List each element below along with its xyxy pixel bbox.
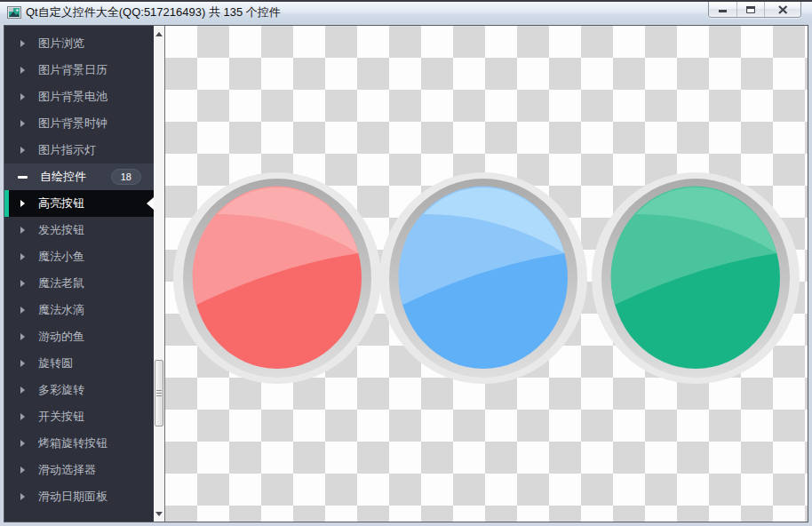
sidebar-item-oven-knob[interactable]: 烤箱旋转按钮 — [4, 430, 154, 457]
selected-accent-bar — [4, 190, 9, 217]
sidebar-item-label: 烤箱旋转按钮 — [38, 435, 107, 451]
window-title: Qt自定义控件大全(QQ:517216493) 共 135 个控件 — [26, 4, 281, 20]
scroll-up-icon — [155, 32, 163, 36]
sidebar-item-label: 滑动日期面板 — [38, 489, 107, 505]
sidebar-item-label: 图片背景时钟 — [38, 116, 107, 132]
collapse-minus-icon — [18, 176, 28, 179]
sidebar-scrollbar[interactable] — [154, 26, 165, 522]
caption-button-group — [708, 2, 801, 18]
sidebar-group-custom-widgets[interactable]: 自绘控件 18 — [4, 163, 154, 190]
minimize-button[interactable] — [709, 2, 736, 17]
scroll-up-button[interactable] — [154, 28, 164, 40]
sidebar-item-slide-date-panel[interactable]: 滑动日期面板 — [4, 483, 154, 510]
sidebar-item-swimming-fish[interactable]: 游动的鱼 — [4, 323, 154, 350]
scroll-down-button[interactable] — [154, 507, 164, 520]
chevron-right-icon — [20, 360, 25, 367]
chevron-right-icon — [20, 200, 25, 207]
sidebar-item-colorful-rotation[interactable]: 多彩旋转 — [4, 377, 154, 403]
sidebar-item-label: 图片浏览 — [38, 36, 84, 52]
chevron-right-icon — [20, 493, 25, 500]
sidebar-item-magic-fish[interactable]: 魔法小鱼 — [4, 243, 154, 270]
sidebar-item-label: 图片背景日历 — [38, 62, 107, 78]
sidebar-item-label: 发光按钮 — [38, 222, 84, 238]
sidebar-item-magic-mouse[interactable]: 魔法老鼠 — [4, 270, 154, 297]
chevron-right-icon — [20, 147, 25, 154]
selected-marker-icon — [147, 197, 154, 210]
sidebar-item-glow-button[interactable]: 发光按钮 — [4, 217, 154, 243]
chevron-right-icon — [20, 413, 25, 420]
sidebar-item-label: 魔法水滴 — [38, 302, 84, 318]
red-highlight-button[interactable] — [173, 172, 381, 384]
chevron-right-icon — [20, 40, 25, 47]
sidebar-item-label: 滑动选择器 — [38, 462, 96, 478]
sidebar-item-label: 图片指示灯 — [38, 142, 96, 158]
chevron-right-icon — [20, 307, 25, 314]
sidebar-item-highlight-button[interactable]: 高亮按钮 — [4, 190, 154, 217]
sidebar-item-image-calendar[interactable]: 图片背景日历 — [4, 57, 154, 84]
count-badge: 18 — [111, 169, 141, 185]
chevron-right-icon — [20, 280, 25, 287]
scroll-thumb[interactable] — [155, 360, 163, 426]
chevron-right-icon — [20, 120, 25, 127]
chevron-right-icon — [20, 227, 25, 234]
sidebar-item-label: 游动的鱼 — [38, 329, 84, 345]
chevron-right-icon — [20, 67, 25, 74]
sidebar-item-label: 图片背景电池 — [38, 89, 107, 105]
chevron-right-icon — [20, 466, 25, 474]
chevron-right-icon — [20, 333, 25, 340]
chevron-right-icon — [20, 387, 25, 394]
sidebar-item-slide-selector[interactable]: 滑动选择器 — [4, 457, 154, 483]
title-bar[interactable]: Qt自定义控件大全(QQ:517216493) 共 135 个控件 — [0, 2, 812, 23]
chevron-right-icon — [20, 440, 25, 447]
sidebar-item-image-clock[interactable]: 图片背景时钟 — [4, 110, 154, 137]
app-image-icon — [7, 5, 21, 20]
sidebar-item-label: 旋转圆 — [38, 355, 73, 371]
sidebar-item-image-battery[interactable]: 图片背景电池 — [4, 84, 154, 110]
app-window: Qt自定义控件大全(QQ:517216493) 共 135 个控件 — [0, 0, 812, 526]
maximize-icon — [746, 5, 756, 14]
sidebar-item-rotating-circle[interactable]: 旋转圆 — [4, 350, 154, 377]
minimize-icon — [719, 5, 728, 13]
close-icon — [778, 5, 788, 14]
sidebar-item-switch-button[interactable]: 开关按钮 — [4, 403, 154, 430]
close-button[interactable] — [764, 2, 800, 17]
sidebar-item-label: 魔法老鼠 — [38, 275, 84, 291]
blue-highlight-button[interactable] — [379, 172, 587, 384]
sidebar-group-label: 自绘控件 — [40, 169, 86, 185]
scroll-down-icon — [155, 512, 163, 516]
sidebar-item-magic-drop[interactable]: 魔法水滴 — [4, 297, 154, 323]
chevron-right-icon — [20, 253, 25, 260]
chevron-right-icon — [20, 93, 25, 100]
sidebar-item-image-browse[interactable]: 图片浏览 — [4, 30, 154, 57]
sidebar-item-label: 高亮按钮 — [38, 195, 84, 211]
green-highlight-button[interactable] — [592, 172, 800, 384]
sidebar-item-image-indicator[interactable]: 图片指示灯 — [4, 137, 154, 163]
sidebar-item-label: 开关按钮 — [38, 409, 84, 425]
demo-canvas — [165, 26, 808, 522]
maximize-button[interactable] — [736, 2, 764, 17]
sidebar: 图片浏览 图片背景日历 图片背景电池 图片背景时钟 图片指示灯 自绘控件 — [4, 26, 154, 522]
main-frame: 图片浏览 图片背景日历 图片背景电池 图片背景时钟 图片指示灯 自绘控件 — [4, 25, 808, 522]
sidebar-item-label: 多彩旋转 — [38, 382, 84, 398]
sidebar-item-label: 魔法小鱼 — [38, 249, 84, 265]
